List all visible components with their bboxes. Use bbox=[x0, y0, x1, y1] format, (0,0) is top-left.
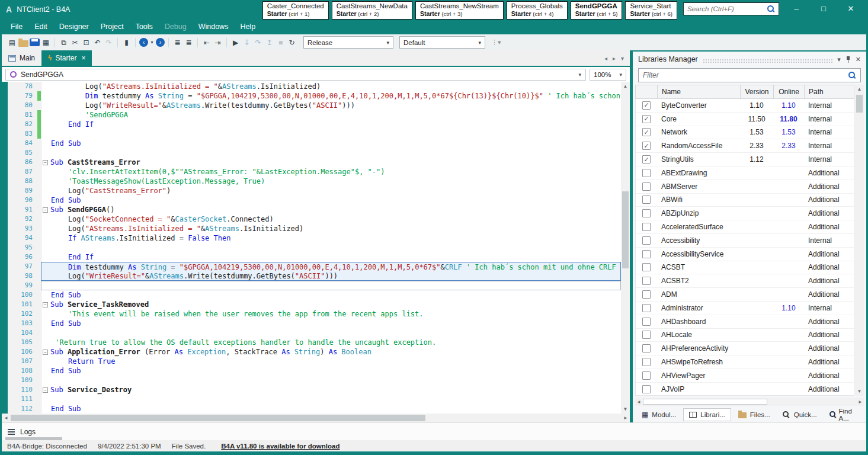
rebuild-icon[interactable]: ↻ bbox=[287, 37, 297, 48]
code-text[interactable]: 'Return true to allow the OS default exc… bbox=[41, 338, 621, 347]
update-download-link[interactable]: B4A v11.80 is available for download bbox=[221, 443, 339, 450]
scroll-down-icon[interactable]: ▼ bbox=[857, 387, 862, 396]
new-file-icon[interactable]: ▤ bbox=[7, 37, 17, 48]
search-icon[interactable] bbox=[767, 5, 775, 13]
code-text[interactable]: 'SendGPGGA bbox=[41, 110, 621, 120]
library-row-administrator[interactable]: Administrator1.10Internal bbox=[636, 302, 854, 315]
library-row-accessibilityservice[interactable]: AccessibilityServiceAdditional bbox=[636, 248, 854, 261]
library-checkbox[interactable] bbox=[642, 277, 651, 285]
code-line-99[interactable]: 99 bbox=[8, 281, 630, 290]
module-tab-process_globals[interactable]: Process_GlobalsStarter (ctrl + 4) bbox=[507, 1, 568, 20]
library-row-abmserver[interactable]: ABMServerAdditional bbox=[636, 180, 854, 194]
code-text[interactable] bbox=[41, 281, 621, 290]
code-line-92[interactable]: 92 Log("SocketConnected = "&CasterSocket… bbox=[8, 214, 630, 224]
code-line-112[interactable]: 112End Sub bbox=[8, 404, 630, 414]
library-row-accessibility[interactable]: AccessibilityInternal bbox=[636, 234, 854, 248]
library-row-acsbt[interactable]: ACSBTAdditional bbox=[636, 261, 854, 275]
code-line-110[interactable]: 110−Sub Service_Destroy bbox=[8, 385, 630, 395]
code-text[interactable]: 'clv.InsertAtTextItem(0,$""AStreams_Erro… bbox=[41, 167, 621, 177]
comment-icon[interactable]: ≣ bbox=[172, 37, 182, 48]
column-header-name[interactable]: Name bbox=[657, 85, 740, 98]
code-text[interactable]: End If bbox=[41, 120, 621, 129]
code-text[interactable]: End If bbox=[41, 252, 621, 262]
step-into-icon[interactable]: ↧ bbox=[242, 37, 252, 48]
code-text[interactable]: 'ToastMessageShow(LastException.Message,… bbox=[41, 177, 621, 186]
code-text[interactable]: End Sub bbox=[41, 319, 621, 328]
scroll-down-icon[interactable]: ▼ bbox=[624, 405, 627, 414]
run-icon[interactable]: ▶ bbox=[230, 37, 241, 48]
find-in-files-icon[interactable]: ▦ bbox=[41, 37, 51, 48]
code-line-109[interactable]: 109 bbox=[8, 376, 630, 385]
fold-collapse-icon[interactable]: − bbox=[43, 350, 48, 355]
code-line-91[interactable]: 91−Sub SendGPGGA() bbox=[8, 205, 630, 214]
filter-input[interactable] bbox=[643, 71, 848, 79]
library-checkbox[interactable] bbox=[642, 223, 651, 231]
scroll-up-icon[interactable]: ▲ bbox=[624, 82, 627, 91]
logs-collapsed-tab[interactable] bbox=[5, 437, 62, 440]
scroll-thumb[interactable] bbox=[11, 415, 425, 421]
indent-increase-icon[interactable]: ⇥ bbox=[213, 37, 223, 48]
library-row-randomaccessfile[interactable]: RandomAccessFile2.332.33Internal bbox=[636, 139, 854, 153]
code-line-90[interactable]: 90End Sub bbox=[8, 196, 630, 205]
code-line-111[interactable]: 111 bbox=[8, 395, 630, 404]
menu-designer[interactable]: Designer bbox=[53, 20, 95, 33]
library-row-ajvoip[interactable]: AJVoIPAdditional bbox=[636, 383, 854, 396]
menu-project[interactable]: Project bbox=[95, 20, 130, 33]
sub-selector-dropdown[interactable]: SendGPGGA ▾ bbox=[5, 69, 586, 81]
stop-icon[interactable]: ■ bbox=[276, 37, 286, 48]
paste-icon[interactable]: ⊡ bbox=[81, 37, 91, 48]
module-tab-caststreams_newdata[interactable]: CastStreams_NewDataStarter (ctrl + 2) bbox=[332, 1, 412, 20]
library-checkbox[interactable] bbox=[642, 358, 651, 366]
library-checkbox[interactable] bbox=[642, 344, 651, 353]
minimize-button[interactable]: – bbox=[783, 0, 810, 17]
code-line-89[interactable]: 89 Log("CastStreams_Error") bbox=[8, 186, 630, 196]
panel-drag-handle[interactable] bbox=[703, 59, 833, 63]
module-tab-service_start[interactable]: Service_StartStarter (ctrl + 6) bbox=[625, 1, 677, 20]
library-checkbox[interactable] bbox=[642, 101, 651, 110]
pin-icon[interactable] bbox=[845, 56, 851, 63]
navigate-forward-icon[interactable]: › bbox=[156, 38, 165, 47]
tab-list-icon[interactable]: ▾ bbox=[621, 55, 624, 62]
menu-edit[interactable]: Edit bbox=[28, 20, 53, 33]
tab-scroll-right-icon[interactable]: ▸ bbox=[613, 55, 616, 62]
code-line-104[interactable]: 104 bbox=[8, 328, 630, 338]
code-text[interactable]: End Sub bbox=[41, 366, 621, 376]
column-header-online[interactable]: Online bbox=[773, 85, 804, 98]
library-checkbox[interactable] bbox=[642, 331, 651, 339]
menu-file[interactable]: File bbox=[5, 20, 28, 33]
code-line-82[interactable]: 82 End If bbox=[8, 120, 630, 129]
code-line-79[interactable]: 79 Dim testdummy As String = "$GPGGA,104… bbox=[8, 91, 630, 101]
logs-bar[interactable]: Logs bbox=[2, 422, 866, 440]
fold-collapse-icon[interactable]: − bbox=[43, 207, 48, 213]
copy-icon[interactable]: ⧉ bbox=[59, 37, 69, 48]
navigate-back-caret-icon[interactable]: ▾ bbox=[149, 37, 155, 48]
library-row-core[interactable]: Core11.5011.80Internal bbox=[636, 113, 854, 126]
code-line-97[interactable]: 97 Dim testdummy As String = "$GPGGA,104… bbox=[8, 262, 630, 271]
code-text[interactable] bbox=[41, 395, 621, 404]
menu-help[interactable]: Help bbox=[234, 20, 261, 33]
code-text[interactable]: Log("WriteResult="&AStreams.Write(testdu… bbox=[41, 101, 621, 110]
bookmark-icon[interactable]: ▮ bbox=[121, 37, 132, 48]
library-filter-box[interactable] bbox=[638, 68, 861, 82]
chevron-down-icon[interactable]: ▾ bbox=[837, 56, 841, 63]
panel-tab-files[interactable]: Files... bbox=[733, 409, 776, 421]
code-text[interactable]: Return True bbox=[41, 357, 621, 366]
library-row-ahpreferenceactivity[interactable]: AHPreferenceActivityAdditional bbox=[636, 342, 854, 355]
editor-zoom-select[interactable]: 100% ▾ bbox=[590, 69, 626, 81]
save-icon[interactable] bbox=[30, 39, 40, 46]
code-line-85[interactable]: 85 bbox=[8, 148, 630, 158]
indent-decrease-icon[interactable]: ⇤ bbox=[201, 37, 212, 48]
library-row-byteconverter[interactable]: ByteConverter1.101.10Internal bbox=[636, 99, 854, 113]
search-input[interactable] bbox=[687, 5, 765, 12]
library-checkbox[interactable] bbox=[642, 318, 651, 326]
panel-tab-modul[interactable]: Modul... bbox=[636, 408, 681, 421]
scroll-left-icon[interactable]: ◄ bbox=[636, 399, 641, 405]
library-row-abzipunzip[interactable]: ABZipUnzipAdditional bbox=[636, 207, 854, 220]
scroll-up-icon[interactable]: ▲ bbox=[857, 85, 862, 94]
code-text[interactable] bbox=[41, 376, 621, 385]
library-checkbox[interactable] bbox=[642, 385, 651, 393]
default-configuration-select[interactable]: Default ▾ bbox=[399, 36, 485, 49]
code-line-93[interactable]: 93 Log("AStreams.IsInitialized = "&AStre… bbox=[8, 224, 630, 233]
library-checkbox[interactable] bbox=[642, 304, 651, 312]
code-text[interactable]: −Sub SendGPGGA() bbox=[41, 205, 621, 214]
